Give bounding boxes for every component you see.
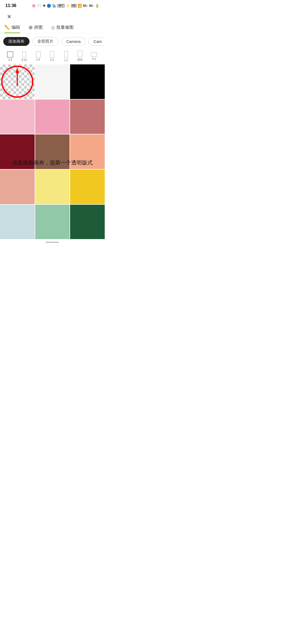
- grid-cell-pink-mid[interactable]: [35, 100, 70, 134]
- annotation-svg: [0, 64, 35, 99]
- app-icon: 🔵: [47, 4, 51, 8]
- top-bar: ✕: [0, 10, 105, 23]
- grid-cell-pink-light[interactable]: [0, 100, 35, 134]
- grid-cell-peach[interactable]: [0, 170, 35, 204]
- filter-add-canvas[interactable]: 添加画布: [3, 37, 30, 46]
- nfc-icon: NFC: [57, 4, 65, 8]
- mail-icon: ✉️: [37, 3, 42, 8]
- signal-5g2-icon: 5G↑: [89, 4, 94, 7]
- ratio-box-4-3: [91, 52, 97, 57]
- ratio-box-1-1: [7, 52, 13, 57]
- notification-icon: 🌸: [31, 3, 36, 8]
- grid-cell-brown[interactable]: [35, 134, 70, 169]
- ratio-label-2-3: 2:3: [50, 58, 54, 61]
- grid-cell-dark-red[interactable]: [0, 134, 35, 169]
- grid-cell-yellow-gold[interactable]: [70, 170, 105, 204]
- ratio-box-1-2: [64, 51, 68, 58]
- ratio-label-4-3: 4:3: [92, 57, 96, 60]
- filter-all-photos[interactable]: 全部照片: [32, 37, 59, 46]
- ratio-1-2[interactable]: 1:2: [59, 50, 73, 63]
- message-icon: ✈: [43, 4, 46, 8]
- filter-cam[interactable]: Cam: [88, 37, 105, 46]
- store-icon: 🏪: [52, 4, 56, 8]
- tab-edit[interactable]: ✏️ 编辑: [4, 25, 20, 33]
- close-button[interactable]: ✕: [4, 12, 14, 21]
- battery-icon: 🔋: [95, 4, 99, 8]
- grid-cell-dark-green[interactable]: [70, 205, 105, 239]
- ratio-bar: 1:1 9:16 3:4 2:3 1:2 壁纸 4:3: [0, 50, 105, 64]
- scroll-indicator: [46, 242, 59, 243]
- status-bar: 11:36 🌸 ✉️ ✈ 🔵 🏪 NFC ⚡ HD 📶 5G↑ 5G↑ 🔋: [0, 0, 105, 10]
- ratio-3-4[interactable]: 3:4: [31, 50, 45, 62]
- close-icon: ✕: [7, 13, 12, 20]
- grid-cell-transparent[interactable]: [0, 64, 35, 99]
- tab-edit-label: 编辑: [12, 25, 20, 30]
- ratio-wallpaper[interactable]: 壁纸: [73, 50, 87, 63]
- image-grid: [0, 64, 105, 239]
- ratio-label-wallpaper: 壁纸: [77, 58, 83, 62]
- grid-cell-light-blue[interactable]: [0, 205, 35, 239]
- tab-navigation: ✏️ 编辑 ⊞ 拼图 ◇ 批量修图: [0, 23, 105, 33]
- tab-collage-label: 拼图: [34, 25, 43, 30]
- ratio-9-16[interactable]: 9:16: [17, 50, 31, 63]
- ratio-2-3[interactable]: 2:3: [45, 50, 59, 63]
- status-time: 11:36: [5, 3, 16, 8]
- ratio-1-1[interactable]: 1:1: [3, 50, 17, 62]
- ratio-box-2-3: [50, 51, 54, 58]
- ratio-box-wallpaper: [78, 51, 82, 57]
- hd-icon: HD: [71, 4, 77, 8]
- bluetooth-icon: ⚡: [66, 4, 70, 8]
- grid-cell-black[interactable]: [70, 64, 105, 99]
- filter-camera[interactable]: Camera: [61, 37, 86, 46]
- ratio-box-9-16: [22, 51, 26, 58]
- image-grid-section: 点击添加画布，选第一个透明版式: [0, 64, 105, 239]
- grid-cell-salmon[interactable]: [70, 134, 105, 169]
- grid-cell-yellow-light[interactable]: [35, 170, 70, 204]
- signal-5g-icon: 5G↑: [83, 4, 88, 7]
- tab-batch[interactable]: ◇ 批量修图: [51, 25, 74, 33]
- tab-batch-label: 批量修图: [56, 25, 74, 30]
- grid-cell-empty[interactable]: [35, 64, 70, 99]
- ratio-box-3-4: [36, 52, 41, 57]
- status-icons: 🌸 ✉️ ✈ 🔵 🏪 NFC ⚡ HD 📶 5G↑ 5G↑ 🔋: [31, 3, 99, 8]
- collage-icon: ⊞: [29, 25, 32, 30]
- filter-bar: 添加画布 全部照片 Camera Cam: [0, 33, 105, 50]
- ratio-4-3[interactable]: 4:3: [87, 51, 101, 61]
- batch-icon: ◇: [51, 25, 55, 30]
- grid-cell-mauve[interactable]: [70, 100, 105, 134]
- ratio-label-3-4: 3:4: [36, 58, 40, 61]
- edit-icon: ✏️: [4, 25, 10, 30]
- ratio-label-1-1: 1:1: [8, 58, 12, 61]
- ratio-label-1-2: 1:2: [64, 59, 68, 62]
- tab-collage[interactable]: ⊞ 拼图: [29, 25, 43, 33]
- scroll-area: [0, 239, 105, 244]
- ratio-label-9-16: 9:16: [21, 58, 27, 61]
- grid-cell-mint[interactable]: [35, 205, 70, 239]
- wifi-icon: 📶: [78, 4, 82, 8]
